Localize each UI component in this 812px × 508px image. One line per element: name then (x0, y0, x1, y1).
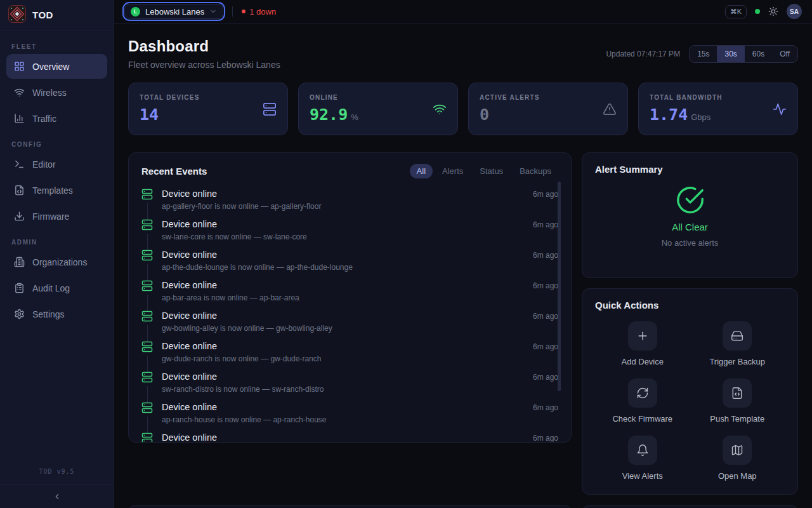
sidebar-section-fleet: FLEET (11, 43, 102, 50)
quick-actions-grid: Add Device Trigger Backup Check Firmware (595, 321, 785, 481)
stat-value: 0 (480, 105, 489, 124)
event-row[interactable]: Device onlineap-the-dude-lounge is now o… (141, 247, 558, 277)
event-row[interactable]: Device onlinesw-ranch-distro is now onli… (141, 369, 558, 399)
open-map-button[interactable]: Open Map (690, 436, 785, 481)
org-name: Lebowski Lanes (145, 7, 204, 17)
stat-value: 14 (140, 105, 159, 124)
event-row[interactable]: Device onlineap-gallery-floor is now onl… (141, 186, 558, 217)
sidebar-section-admin: ADMIN (11, 239, 102, 246)
sidebar-item-firmware[interactable]: Firmware (6, 204, 107, 229)
view-alerts-button[interactable]: View Alerts (595, 436, 690, 481)
sidebar-item-audit-log[interactable]: Audit Log (6, 276, 107, 300)
sidebar: TOD FLEET Overview Wireless Traffic CONF… (0, 0, 114, 508)
interval-off-button[interactable]: Off (772, 46, 797, 62)
updated-timestamp: Updated 07:47:17 PM (606, 50, 680, 58)
event-row[interactable]: Device online 6m ago (141, 430, 558, 443)
tab-status[interactable]: Status (473, 164, 510, 178)
interval-15s-button[interactable]: 15s (690, 46, 717, 62)
server-icon (263, 102, 277, 116)
tab-alerts[interactable]: Alerts (435, 164, 470, 178)
check-firmware-button[interactable]: Check Firmware (595, 378, 690, 424)
sidebar-item-traffic[interactable]: Traffic (6, 106, 107, 131)
stat-unit: % (351, 112, 358, 122)
chevron-down-icon (209, 8, 217, 15)
recent-events-panel: Recent Events All Alerts Status Backups … (128, 152, 572, 443)
event-row[interactable]: Device onlineap-ranch-house is now onlin… (141, 399, 558, 430)
tab-all[interactable]: All (410, 164, 433, 178)
sidebar-section-config: CONFIG (11, 141, 102, 148)
page-content: Dashboard Fleet overview across Lebowski… (114, 23, 812, 508)
topbar: L Lebowski Lanes 1 down ⌘K SA (114, 0, 812, 23)
org-selector[interactable]: L Lebowski Lanes (124, 4, 223, 19)
server-icon (141, 371, 153, 383)
chevron-left-icon (53, 492, 62, 501)
event-row[interactable]: Device onlineap-bar-area is now online —… (141, 277, 558, 308)
sidebar-item-overview[interactable]: Overview (6, 54, 107, 79)
wifi-icon (433, 102, 447, 116)
terminal-icon (14, 159, 25, 170)
server-icon (141, 219, 153, 231)
refresh-icon (636, 387, 649, 399)
sidebar-collapse-button[interactable] (0, 484, 114, 508)
interval-60s-button[interactable]: 60s (745, 46, 772, 62)
page-subtitle: Fleet overview across Lebowski Lanes (128, 60, 280, 70)
app-version: TOD v9.5 (0, 460, 114, 484)
recent-events-title: Recent Events (141, 166, 207, 177)
right-column: Alert Summary All Clear No active alerts… (582, 152, 798, 495)
stat-card-active-alerts: ACTIVE ALERTS 0 (468, 83, 628, 135)
gear-icon (14, 309, 25, 319)
theme-toggle-button[interactable] (768, 6, 778, 17)
push-template-button[interactable]: Push Template (690, 378, 785, 424)
bar-chart-icon (14, 113, 25, 124)
sidebar-item-wireless[interactable]: Wireless (6, 80, 107, 105)
recent-events-header: Recent Events All Alerts Status Backups (141, 164, 558, 178)
app-logo-icon (8, 5, 26, 25)
tab-backups[interactable]: Backups (513, 164, 558, 178)
add-device-button[interactable]: Add Device (595, 321, 690, 366)
quick-actions-panel: Quick Actions Add Device Trigger Backup (582, 288, 798, 495)
events-scrollbar-thumb[interactable] (558, 182, 561, 391)
sidebar-footer: TOD v9.5 (0, 460, 114, 508)
event-row[interactable]: Device onlinegw-dude-ranch is now online… (141, 338, 558, 369)
alert-summary-title: Alert Summary (595, 164, 663, 175)
stat-value: 92.9 (310, 105, 348, 124)
hard-drive-icon (731, 330, 743, 342)
stat-cards: TOTAL DEVICES 14 ONLINE 92.9% ACTIVE ALE… (128, 83, 798, 135)
sidebar-item-editor[interactable]: Editor (6, 152, 107, 177)
building-icon (14, 257, 25, 267)
quick-actions-title: Quick Actions (595, 300, 658, 311)
download-icon (14, 211, 25, 222)
sidebar-header: TOD (0, 0, 114, 30)
file-code-icon (731, 387, 743, 399)
event-row[interactable]: Device onlinegw-bowling-alley is now onl… (141, 308, 558, 338)
down-status: 1 down (242, 7, 276, 17)
sidebar-item-templates[interactable]: Templates (6, 178, 107, 203)
app-root: TOD FLEET Overview Wireless Traffic CONF… (0, 0, 812, 508)
user-avatar[interactable]: SA (787, 4, 802, 19)
events-filter-tabs: All Alerts Status Backups (410, 164, 558, 178)
interval-30s-button[interactable]: 30s (717, 46, 744, 62)
clipboard-icon (14, 283, 25, 293)
trigger-backup-button[interactable]: Trigger Backup (690, 321, 785, 366)
down-status-dot (242, 10, 246, 13)
command-palette-shortcut[interactable]: ⌘K (725, 5, 747, 18)
stat-card-total-devices: TOTAL DEVICES 14 (128, 83, 288, 135)
file-icon (14, 185, 25, 196)
event-row[interactable]: Device onlinesw-lane-core is now online … (141, 217, 558, 247)
stat-label: ACTIVE ALERTS (480, 94, 540, 101)
event-list: Device onlineap-gallery-floor is now onl… (141, 186, 558, 443)
sidebar-item-settings[interactable]: Settings (6, 302, 107, 326)
page-title: Dashboard (128, 37, 280, 55)
sun-icon (768, 6, 778, 17)
bell-icon (636, 444, 649, 457)
sidebar-item-organizations[interactable]: Organizations (6, 250, 107, 274)
refresh-interval-segmented: 15s 30s 60s Off (689, 45, 798, 63)
brand-name: TOD (32, 10, 53, 20)
alert-summary-panel: Alert Summary All Clear No active alerts (582, 152, 798, 278)
dashboard-grid: Recent Events All Alerts Status Backups … (128, 152, 798, 508)
stat-value: 1.74 (650, 105, 688, 124)
stat-label: TOTAL DEVICES (140, 94, 200, 101)
alert-summary-body: All Clear No active alerts (595, 185, 785, 248)
org-avatar: L (131, 7, 140, 17)
alert-detail-text: No active alerts (662, 238, 719, 248)
